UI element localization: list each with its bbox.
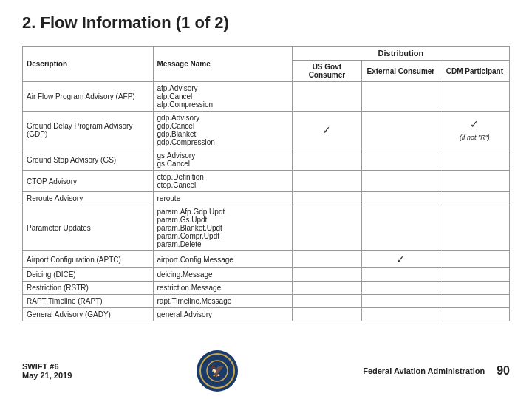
desc-gdp: Ground Delay Program Advisory (GDP) [23, 112, 154, 149]
desc-rstr: Restriction (RSTR) [23, 282, 154, 295]
cdm-aptc [440, 251, 509, 268]
ext-gdp [361, 112, 440, 149]
row-ctop: CTOP Advisory ctop.Definitionctop.Cancel [23, 171, 510, 192]
desc-dice: Deicing (DICE) [23, 268, 154, 282]
msg-gs: gs.Advisorygs.Cancel [153, 149, 292, 171]
table-container: Description Message Name Distribution US… [22, 46, 510, 341]
date-label: May 21, 2019 [22, 371, 72, 380]
header-message-name: Message Name [153, 47, 292, 82]
ext-gady [361, 308, 440, 321]
cdm-ctop [440, 171, 509, 192]
msg-aptc: airport.Config.Message [153, 251, 292, 268]
row-gady: General Advisory (GADY) general.Advisory [23, 308, 510, 321]
msg-gdp: gdp.Advisorygdp.Cancelgdp.Blanketgdp.Com… [153, 112, 292, 149]
ext-rstr [361, 282, 440, 295]
row-gs: Ground Stop Advisory (GS) gs.Advisorygs.… [23, 149, 510, 171]
msg-params: param.Afp.Gdp.Updtparam.Gs.Updtparam.Bla… [153, 205, 292, 251]
desc-gs: Ground Stop Advisory (GS) [23, 149, 154, 171]
footer: SWIFT #6 May 21, 2019 🦅 Federal Aviation… [22, 344, 510, 392]
usgov-gady [292, 308, 361, 321]
ext-afp [361, 82, 440, 112]
usgov-dice [292, 268, 361, 282]
usgov-gs [292, 149, 361, 171]
row-rapt: RAPT Timeline (RAPT) rapt.Timeline.Messa… [23, 295, 510, 308]
desc-rapt: RAPT Timeline (RAPT) [23, 295, 154, 308]
ext-gs [361, 149, 440, 171]
cdm-gs [440, 149, 509, 171]
svg-text:🦅: 🦅 [210, 364, 225, 378]
usgov-params [292, 205, 361, 251]
swift-label: SWIFT #6 [22, 362, 72, 371]
faa-logo-container: 🦅 [197, 350, 238, 392]
page: 2. Flow Information (1 of 2) Description… [0, 0, 532, 399]
msg-gady: general.Advisory [153, 308, 292, 321]
cdm-params [440, 205, 509, 251]
row-aptc: Airport Configuration (APTC) airport.Con… [23, 251, 510, 268]
msg-rapt: rapt.Timeline.Message [153, 295, 292, 308]
faa-label: Federal Aviation Administration [363, 366, 485, 375]
desc-aptc: Airport Configuration (APTC) [23, 251, 154, 268]
ext-dice [361, 268, 440, 282]
usgov-gdp: ✓ [292, 112, 361, 149]
header-description: Description [23, 47, 154, 82]
cdm-reroute [440, 192, 509, 205]
ext-params [361, 205, 440, 251]
desc-params: Parameter Updates [23, 205, 154, 251]
desc-afp: Air Flow Program Advisory (AFP) [23, 82, 154, 112]
usgov-aptc [292, 251, 361, 268]
usgov-rstr [292, 282, 361, 295]
ext-rapt [361, 295, 440, 308]
header-us-govt: US Govt Consumer [292, 61, 361, 82]
cdm-afp [440, 82, 509, 112]
msg-ctop: ctop.Definitionctop.Cancel [153, 171, 292, 192]
row-dice: Deicing (DICE) deicing.Message [23, 268, 510, 282]
msg-reroute: reroute [153, 192, 292, 205]
ext-ctop [361, 171, 440, 192]
msg-rstr: restriction.Message [153, 282, 292, 295]
cdm-gdp: ✓(if not "R") [440, 112, 509, 149]
row-afp: Air Flow Program Advisory (AFP) afp.Advi… [23, 82, 510, 112]
desc-ctop: CTOP Advisory [23, 171, 154, 192]
cdm-gady [440, 308, 509, 321]
msg-dice: deicing.Message [153, 268, 292, 282]
faa-eagle-icon: 🦅 [204, 358, 231, 384]
page-number: 90 [497, 364, 510, 378]
usgov-afp [292, 82, 361, 112]
faa-label-text: Federal Aviation Administration [363, 366, 485, 375]
desc-reroute: Reroute Advisory [23, 192, 154, 205]
ext-aptc: ✓ [361, 251, 440, 268]
msg-afp: afp.Advisoryafp.Cancelafp.Compression [153, 82, 292, 112]
cdm-rstr [440, 282, 509, 295]
row-reroute: Reroute Advisory reroute [23, 192, 510, 205]
cdm-dice [440, 268, 509, 282]
footer-left: SWIFT #6 May 21, 2019 [22, 362, 72, 380]
desc-gady: General Advisory (GADY) [23, 308, 154, 321]
usgov-rapt [292, 295, 361, 308]
header-cdm: CDM Participant [440, 61, 509, 82]
usgov-ctop [292, 171, 361, 192]
row-params: Parameter Updates param.Afp.Gdp.Updtpara… [23, 205, 510, 251]
header-external: External Consumer [361, 61, 440, 82]
cdm-rapt [440, 295, 509, 308]
faa-logo: 🦅 [197, 350, 238, 392]
faa-logo-inner: 🦅 [200, 353, 235, 389]
row-rstr: Restriction (RSTR) restriction.Message [23, 282, 510, 295]
page-title: 2. Flow Information (1 of 2) [22, 13, 510, 33]
header-distribution: Distribution [292, 47, 509, 61]
flow-info-table: Description Message Name Distribution US… [22, 46, 510, 321]
ext-reroute [361, 192, 440, 205]
row-gdp: Ground Delay Program Advisory (GDP) gdp.… [23, 112, 510, 149]
usgov-reroute [292, 192, 361, 205]
